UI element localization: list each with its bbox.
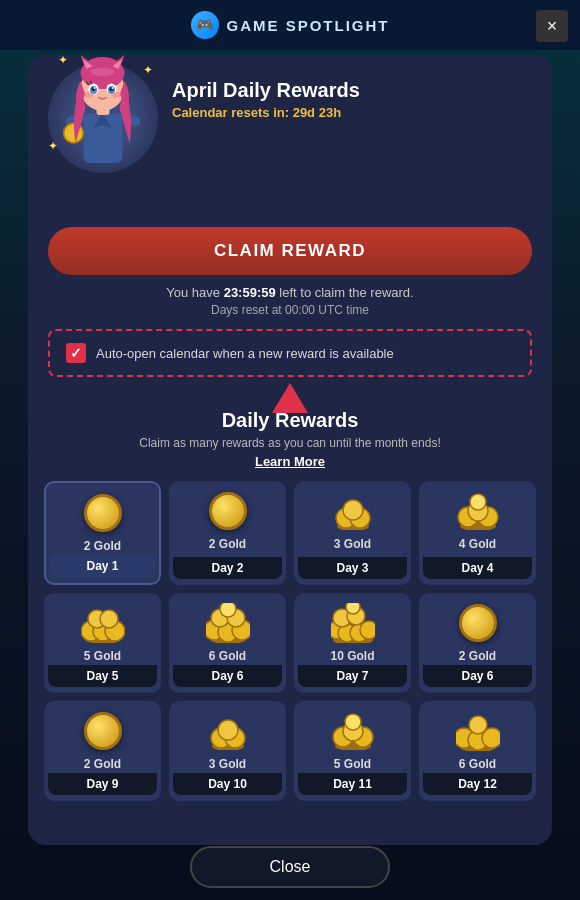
gold-day9: 2 Gold: [84, 757, 121, 771]
coin-day4: [456, 489, 500, 533]
up-arrow-icon: [272, 383, 308, 413]
modal-header: ✦ ✦ ✦: [28, 55, 552, 213]
gold-day5: 5 Gold: [84, 649, 121, 663]
day-label-10: Day 10: [173, 773, 282, 795]
coin-day11: [331, 709, 375, 753]
reward-card-day8[interactable]: 2 Gold Day 6: [419, 593, 536, 693]
coin-single-icon-2: [209, 492, 247, 530]
svg-point-27: [91, 68, 115, 76]
day-label-6: Day 6: [173, 665, 282, 687]
svg-point-57: [346, 603, 360, 614]
coin-day6: [206, 601, 250, 645]
reward-card-day10[interactable]: 3 Gold Day 10: [169, 701, 286, 801]
gold-day3: 3 Gold: [334, 537, 371, 551]
day-label-11: Day 11: [298, 773, 407, 795]
coins-pile-svg-5: [81, 603, 125, 643]
coins-pile-svg-12: [456, 711, 500, 751]
rewards-title: April Daily Rewards: [172, 79, 532, 102]
countdown-timer: 23:59:59: [224, 285, 276, 300]
svg-point-71: [469, 716, 487, 734]
timer-row: You have 23:59:59 left to claim the rewa…: [28, 285, 552, 300]
auto-open-box: Auto-open calendar when a new reward is …: [48, 329, 532, 377]
reward-card-day12[interactable]: 6 Gold Day 12: [419, 701, 536, 801]
day-label-3: Day 3: [298, 557, 407, 579]
top-bar: 🎮 GAME SPOTLIGHT ×: [0, 0, 580, 50]
reward-card-day2[interactable]: 2 Gold Day 2: [169, 481, 286, 585]
svg-point-54: [360, 621, 375, 639]
svg-point-21: [94, 87, 96, 89]
coin-day1: [81, 491, 125, 535]
daily-subtitle: Claim as many rewards as you can until t…: [44, 436, 536, 450]
day-label-8: Day 6: [423, 665, 532, 687]
timer-prefix: You have: [166, 285, 223, 300]
gold-day6: 6 Gold: [209, 649, 246, 663]
coins-pile-svg-11: [331, 712, 375, 750]
reward-card-day11[interactable]: 5 Gold Day 11: [294, 701, 411, 801]
gold-day8: 2 Gold: [459, 649, 496, 663]
auto-open-label: Auto-open calendar when a new reward is …: [96, 346, 394, 361]
reset-row: Days reset at 00:00 UTC time: [28, 303, 552, 317]
coin-day7: [331, 601, 375, 645]
day-label-7: Day 7: [298, 665, 407, 687]
coin-day12: [456, 709, 500, 753]
gold-day7: 10 Gold: [330, 649, 374, 663]
close-x-button[interactable]: ×: [536, 10, 568, 42]
coins-pile-svg-4: [456, 492, 500, 530]
gold-day4: 4 Gold: [459, 537, 496, 551]
reward-card-day6[interactable]: 6 Gold Day 6: [169, 593, 286, 693]
coins-pile-svg-3: [331, 492, 375, 530]
svg-point-61: [218, 720, 238, 740]
reward-card-day4[interactable]: 4 Gold Day 4: [419, 481, 536, 585]
svg-point-22: [112, 87, 114, 89]
rewards-grid: 2 Gold Day 1 2 Gold Day 2: [44, 481, 536, 811]
arrow-wrapper: [28, 383, 552, 413]
gold-day11: 5 Gold: [334, 757, 371, 771]
svg-point-31: [343, 500, 363, 520]
reset-time: 29d 23h: [293, 105, 341, 120]
day-label-9: Day 9: [48, 773, 157, 795]
close-button[interactable]: Close: [190, 846, 390, 888]
daily-section: Daily Rewards Claim as many rewards as y…: [28, 409, 552, 845]
svg-point-25: [84, 92, 94, 98]
claim-section: CLAIM REWARD: [28, 213, 552, 275]
coin-single-icon-9: [84, 712, 122, 750]
character-circle: ✦ ✦ ✦: [48, 63, 158, 173]
coin-day3: [331, 489, 375, 533]
day-label-2: Day 2: [173, 557, 282, 579]
gold-day12: 6 Gold: [459, 757, 496, 771]
svg-point-66: [345, 714, 361, 730]
coins-pile-svg-7: [331, 603, 375, 643]
timer-suffix: left to claim the reward.: [276, 285, 414, 300]
reward-card-day3[interactable]: 3 Gold Day 3: [294, 481, 411, 585]
reward-card-day5[interactable]: 5 Gold Day 5: [44, 593, 161, 693]
svg-point-49: [220, 603, 236, 617]
modal: ✦ ✦ ✦: [28, 55, 552, 845]
reward-card-day1[interactable]: 2 Gold Day 1: [44, 481, 161, 585]
coin-day8: [456, 601, 500, 645]
top-bar-title: GAME SPOTLIGHT: [227, 17, 390, 34]
auto-open-checkbox[interactable]: [66, 343, 86, 363]
coin-day5: [81, 601, 125, 645]
coin-day10: [206, 709, 250, 753]
coin-day2: [206, 489, 250, 533]
learn-more-link[interactable]: Learn More: [44, 454, 536, 469]
svg-point-26: [112, 92, 122, 98]
claim-reward-button[interactable]: CLAIM REWARD: [48, 227, 532, 275]
reward-card-day9[interactable]: 2 Gold Day 9: [44, 701, 161, 801]
calendar-reset-info: Calendar resets in: 29d 23h: [172, 105, 532, 120]
day-label-1: Day 1: [50, 555, 155, 577]
gold-day1: 2 Gold: [84, 539, 121, 553]
game-icon: 🎮: [191, 11, 219, 39]
reward-card-day7[interactable]: 10 Gold Day 7: [294, 593, 411, 693]
character-svg: [56, 55, 151, 173]
gold-day2: 2 Gold: [209, 537, 246, 551]
header-text: April Daily Rewards Calendar resets in: …: [172, 73, 532, 120]
day-label-4: Day 4: [423, 557, 532, 579]
day-label-5: Day 5: [48, 665, 157, 687]
coin-single-icon: [84, 494, 122, 532]
character-image: ✦ ✦ ✦: [48, 63, 158, 203]
coin-single-icon-8: [459, 604, 497, 642]
reset-prefix: Calendar resets in:: [172, 105, 293, 120]
coin-day9: [81, 709, 125, 753]
svg-point-42: [100, 610, 118, 628]
